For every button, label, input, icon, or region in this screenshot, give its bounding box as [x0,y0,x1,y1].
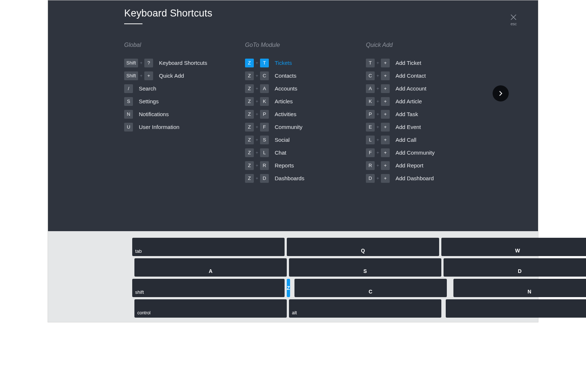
key-badge: P [366,110,375,119]
key-badge: + [381,59,390,67]
key-badge: Z [245,148,254,157]
keyboard-key [446,299,586,318]
shortcut-row: SSettings [124,95,245,108]
key-badge: D [260,174,269,183]
key-badge: Z [245,123,254,132]
shortcut-description: Settings [139,98,159,104]
shortcut-description: Contacts [275,73,296,79]
plus-separator: + [256,176,258,181]
key-badge: Shift [124,59,138,67]
close-label: esc [511,22,517,26]
shortcut-row: Z+FCommunity [245,121,366,133]
key-badge: P [260,110,269,119]
key-badge: + [381,110,390,119]
shortcut-description: Articles [275,98,293,104]
plus-separator: + [256,86,258,91]
chevron-right-icon [498,90,504,96]
key-badge: ? [144,59,153,67]
key-badge: A [260,84,269,93]
key-badge: C [260,71,269,80]
shortcut-row: Z+SSocial [245,133,366,146]
close-button[interactable]: esc [511,14,517,26]
key-badge: / [124,84,133,93]
key-badge: + [381,97,390,106]
keyboard-visual: tabQWERTUOP+delete ASDFGKLenter shiftZCN… [48,231,538,318]
shortcut-row: K++Add Article [366,95,487,108]
column-goto: GoTo Module Z+TTicketsZ+CContactsZ+AAcco… [245,42,366,185]
key-badge: + [144,71,153,80]
plus-separator: + [377,125,379,130]
plus-separator: + [377,137,379,143]
shortcut-description: Reports [275,162,294,169]
plus-separator: + [256,150,258,155]
key-badge: Z [245,110,254,119]
key-badge: T [260,59,269,67]
key-badge: U [124,123,133,132]
key-badge: K [260,97,269,106]
shortcut-row: Z+KArticles [245,95,366,108]
dark-panel: Keyboard Shortcuts esc Global Shift+?Key… [48,0,538,231]
key-badge: S [260,136,269,144]
keyboard-key: shift [132,279,285,297]
shortcut-row: D++Add Dashboard [366,172,487,185]
shortcut-row: R++Add Report [366,159,487,172]
plus-separator: + [140,73,142,78]
plus-separator: + [377,112,379,117]
shortcut-description: Search [139,85,156,92]
shortcut-description: Add Article [396,98,422,104]
key-badge: + [381,123,390,132]
shortcut-description: Notifications [139,111,169,117]
shortcut-row: /Search [124,82,245,95]
key-badge: L [260,148,269,157]
shortcut-row: UUser Information [124,121,245,133]
keyboard-key: C [294,279,447,297]
shortcut-row: A++Add Account [366,82,487,95]
shortcut-row: L++Add Call [366,133,487,146]
shortcut-row: NNotifications [124,108,245,121]
key-badge: L [366,136,375,144]
keyboard-key: D [444,258,586,277]
key-badge: Z [245,71,254,80]
key-badge: A [366,84,375,93]
key-badge: Z [245,161,254,170]
plus-separator: + [256,60,258,66]
plus-separator: + [377,73,379,78]
shortcut-description: Add Contact [396,73,426,79]
shortcut-description: Keyboard Shortcuts [159,60,207,66]
key-badge: Z [245,84,254,93]
keyboard-key: Q [287,238,439,256]
shortcut-description: Dashboards [275,175,304,181]
shortcut-row: Z+DDashboards [245,172,366,185]
column-heading: GoTo Module [245,42,366,48]
shortcut-row: Z+RReports [245,159,366,172]
key-badge: R [366,161,375,170]
plus-separator: + [256,137,258,143]
keyboard-key: S [289,258,441,277]
close-icon [511,14,516,20]
plus-separator: + [256,99,258,104]
shortcut-description: Add Report [396,162,423,169]
shortcut-row: Shift++Quick Add [124,69,245,82]
key-badge: D [366,174,375,183]
shortcut-description: Add Community [396,149,435,156]
shortcut-row: Z+CContacts [245,69,366,82]
shortcut-row: Z+LChat [245,146,366,159]
shortcuts-dialog: Keyboard Shortcuts esc Global Shift+?Key… [48,0,538,322]
shortcut-row: E++Add Event [366,121,487,133]
shortcut-description: Accounts [275,85,297,92]
key-badge: + [381,136,390,144]
plus-separator: + [256,112,258,117]
column-heading: Quick Add [366,42,487,48]
key-badge: + [381,174,390,183]
column-quickadd: Quick Add T++Add TicketC++Add ContactA++… [366,42,487,185]
column-global: Global Shift+?Keyboard ShortcutsShift++Q… [124,42,245,185]
key-badge: N [124,110,133,119]
shortcut-description: Chat [275,149,286,156]
next-page-button[interactable] [493,85,509,101]
key-badge: T [366,59,375,67]
shortcut-description: Add Call [396,137,416,143]
shortcut-description: Community [275,124,303,130]
keyboard-key: A [134,258,287,277]
shortcut-row: P++Add Task [366,108,487,121]
shortcut-description: Social [275,137,290,143]
